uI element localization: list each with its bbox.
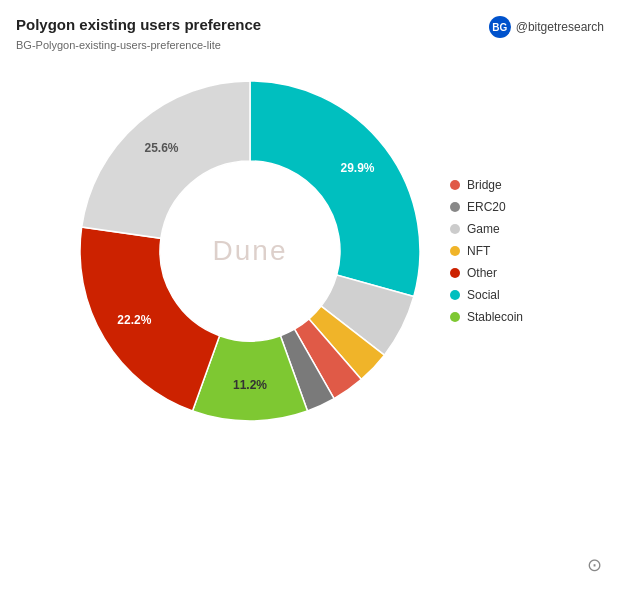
chart-label-other: 22.2% — [117, 313, 151, 327]
chart-label-game2: 25.6% — [145, 141, 179, 155]
legend-label: Bridge — [467, 178, 502, 192]
donut-chart-real: 29.9%11.2%22.2%25.6% — [60, 61, 440, 441]
header: Polygon existing users preference BG-Pol… — [16, 16, 604, 51]
legend-dot — [450, 268, 460, 278]
main-container: Polygon existing users preference BG-Pol… — [0, 0, 620, 590]
brand-handle: @bitgetresearch — [516, 20, 604, 34]
legend-dot — [450, 180, 460, 190]
legend-label: ERC20 — [467, 200, 506, 214]
legend-dot — [450, 312, 460, 322]
brand-icon: BG — [489, 16, 511, 38]
chart-label-social: 29.9% — [340, 161, 374, 175]
legend: BridgeERC20GameNFTOtherSocialStablecoin — [450, 178, 560, 324]
legend-label: Game — [467, 222, 500, 236]
legend-dot — [450, 246, 460, 256]
chart-area: 29.9%11.2%22.2%25.6% Dune BridgeERC20Gam… — [16, 61, 604, 441]
legend-item-other: Other — [450, 266, 560, 280]
legend-label: Stablecoin — [467, 310, 523, 324]
legend-item-game: Game — [450, 222, 560, 236]
chart-label-stablecoin: 11.2% — [233, 378, 267, 392]
legend-label: Social — [467, 288, 500, 302]
segment-game2 — [82, 81, 250, 238]
legend-item-nft: NFT — [450, 244, 560, 258]
donut-chart: 29.9%11.2%22.2%25.6% Dune — [60, 61, 440, 441]
legend-label: Other — [467, 266, 497, 280]
verified-icon: ⊙ — [587, 554, 602, 576]
legend-item-erc20: ERC20 — [450, 200, 560, 214]
title-block: Polygon existing users preference BG-Pol… — [16, 16, 436, 51]
legend-dot — [450, 290, 460, 300]
legend-dot — [450, 224, 460, 234]
legend-label: NFT — [467, 244, 490, 258]
legend-item-bridge: Bridge — [450, 178, 560, 192]
chart-subtitle: BG-Polygon-existing-users-preference-lit… — [16, 39, 221, 51]
segment-social — [250, 81, 420, 297]
legend-dot — [450, 202, 460, 212]
legend-item-social: Social — [450, 288, 560, 302]
legend-item-stablecoin: Stablecoin — [450, 310, 560, 324]
chart-title: Polygon existing users preference — [16, 16, 261, 33]
brand-section: BG @bitgetresearch — [489, 16, 604, 38]
